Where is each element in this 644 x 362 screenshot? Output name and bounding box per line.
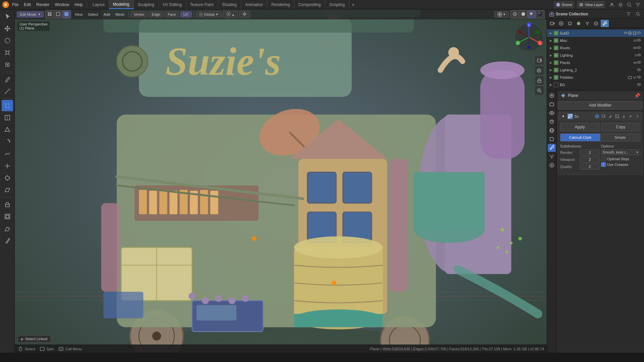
sc-misc-eye[interactable] [637, 38, 641, 43]
sc-rivets-eye[interactable] [637, 45, 641, 51]
sc-lighting-check[interactable]: ✓ [554, 53, 558, 58]
props-physics-icon-btn[interactable] [548, 161, 556, 169]
face-btn[interactable]: Face [165, 11, 179, 17]
snap-toggle[interactable] [239, 11, 250, 18]
modifier-down-icon[interactable]: ▼ [628, 113, 634, 119]
edge-slide-tool[interactable] [2, 160, 13, 172]
cursor-lock-btn[interactable] [535, 76, 544, 85]
tab-texture-paint[interactable]: Texture Paint [186, 0, 218, 9]
measure-tool[interactable] [2, 85, 13, 97]
user-icon-btn[interactable] [608, 1, 616, 8]
menu-file[interactable]: File [9, 2, 21, 8]
copy-button[interactable]: Copy [601, 123, 641, 131]
rt-object-icon[interactable] [566, 20, 574, 27]
props-world-icon-btn[interactable] [548, 126, 556, 134]
rt-wrench-icon[interactable] [601, 20, 609, 27]
sc-item-lighting2[interactable]: ▶ ✓ Lighting_2 [547, 66, 644, 74]
knife-tool[interactable] [2, 235, 13, 246]
catmull-clark-btn[interactable]: Catmull-Clark [560, 134, 600, 141]
solid-shading-btn[interactable] [519, 11, 527, 18]
sc-misc-check[interactable]: ✓ [554, 38, 558, 43]
tab-shading[interactable]: Shading [218, 0, 241, 9]
optimal-disp-checkbox[interactable] [601, 157, 606, 161]
sc-bg-eye[interactable] [637, 82, 641, 87]
zoom-btn[interactable] [535, 86, 544, 95]
spin-tool[interactable] [2, 136, 13, 147]
props-modifier-icon-btn[interactable] [548, 144, 556, 152]
object-pin-icon[interactable]: 📌 [634, 93, 640, 98]
sc-pebbles-eye[interactable] [637, 75, 641, 80]
modifier-render-icon[interactable] [601, 113, 607, 119]
rt-physics-icon[interactable] [592, 20, 600, 27]
modifier-expand-icon[interactable]: ▾ [560, 113, 566, 119]
sc-item-misc[interactable]: ▶ ✓ Misc 10 [547, 37, 644, 44]
view-label[interactable]: View [72, 12, 85, 17]
wireframe-shading-btn[interactable] [511, 11, 519, 18]
sc-item-plants[interactable]: ▶ ✓ Plants 44 [547, 59, 644, 66]
poly-build-tool[interactable] [2, 124, 13, 135]
sc-search-icon[interactable] [634, 10, 642, 18]
overlays-btn[interactable]: ▼ [494, 11, 509, 18]
menu-render[interactable]: Render [34, 2, 52, 8]
tab-rendering[interactable]: Rendering [267, 0, 294, 9]
edit-mode-tool[interactable] [2, 100, 13, 111]
edge-mode-btn[interactable] [54, 11, 62, 18]
tab-compositing[interactable]: Compositing [294, 0, 325, 9]
rt-particles-icon[interactable] [583, 20, 591, 27]
tab-sculpting[interactable]: Sculpting [134, 0, 159, 9]
rotate-tool[interactable] [2, 35, 13, 46]
modifier-cage-icon[interactable] [614, 113, 620, 119]
modifier-edit-icon[interactable] [607, 113, 613, 119]
loop-cut-tool[interactable] [2, 112, 13, 123]
bevel-tool[interactable] [2, 223, 13, 234]
modifier-close-icon[interactable]: ✕ [634, 113, 640, 119]
shear-tool[interactable] [2, 184, 13, 196]
pivot-dropdown[interactable]: ▼ [223, 11, 238, 18]
quality-value[interactable]: 2 [580, 164, 600, 170]
rt-material-icon[interactable] [575, 20, 583, 27]
smooth-tool[interactable] [2, 148, 13, 160]
tab-uv-editing[interactable]: UV Editing [159, 0, 186, 9]
sc-lighting-eye[interactable] [637, 53, 641, 58]
simple-btn[interactable]: Simple [600, 134, 640, 141]
filter-icon-btn[interactable] [634, 1, 642, 8]
sc-item-pebbles[interactable]: ▶ ✓ Pebbles [547, 74, 644, 81]
sc-bg-check[interactable] [554, 82, 558, 87]
camera-btn[interactable] [535, 66, 544, 75]
edge-btn[interactable]: Edge [149, 11, 163, 17]
cursor-tool[interactable] [2, 11, 13, 22]
sc-rivets-check[interactable]: ✓ [554, 46, 558, 50]
settings-icon-btn[interactable] [616, 1, 625, 8]
sc-item-rivets[interactable]: ▶ ✓ Rivets 99 [547, 44, 644, 52]
menu-help[interactable]: Help [72, 2, 86, 8]
sc-lighting2-check[interactable]: ✓ [554, 68, 558, 72]
vertex-btn[interactable]: Vertex [131, 11, 147, 17]
tab-animation[interactable]: Animation [241, 0, 267, 9]
sc-item-lighting[interactable]: ▶ ✓ Lighting 5 [547, 52, 644, 59]
props-output-icon-btn[interactable] [548, 100, 556, 108]
annotate-tool[interactable] [2, 73, 13, 85]
apply-button[interactable]: Apply [560, 123, 600, 131]
use-creases-checkbox[interactable]: ✓ [601, 162, 606, 167]
mesh-label[interactable]: Mesh [113, 12, 126, 17]
add-modifier-button[interactable]: Add Modifier [558, 101, 643, 110]
uv-btn[interactable]: UV [180, 11, 192, 17]
smooth-dropdown[interactable]: Smooth, keep c... ▼ [601, 149, 641, 155]
props-render-icon-btn[interactable] [548, 92, 556, 100]
material-shading-btn[interactable] [528, 11, 536, 18]
modifier-realtime-icon[interactable] [594, 113, 600, 119]
add-label[interactable]: Add [102, 12, 112, 17]
render-value[interactable]: 2 [580, 149, 600, 156]
menu-window[interactable]: Window [52, 2, 72, 8]
select-label[interactable]: Select [86, 12, 100, 17]
sc-pebbles-check[interactable]: ✓ [554, 75, 558, 80]
sc-filter-icon[interactable] [625, 10, 633, 18]
scale-tool[interactable] [2, 47, 13, 58]
camera-persp-btn[interactable] [535, 56, 544, 65]
face-mode-btn[interactable] [62, 11, 70, 18]
rt-camera-icon[interactable] [548, 20, 556, 27]
viewport[interactable]: Suzie's [15, 9, 547, 353]
orientation-gizmo[interactable]: Z X Y [514, 22, 544, 52]
edit-mode-dropdown[interactable]: Edit Mode ▼ [17, 11, 44, 17]
modifier-up-icon[interactable]: ▲ [621, 113, 627, 119]
